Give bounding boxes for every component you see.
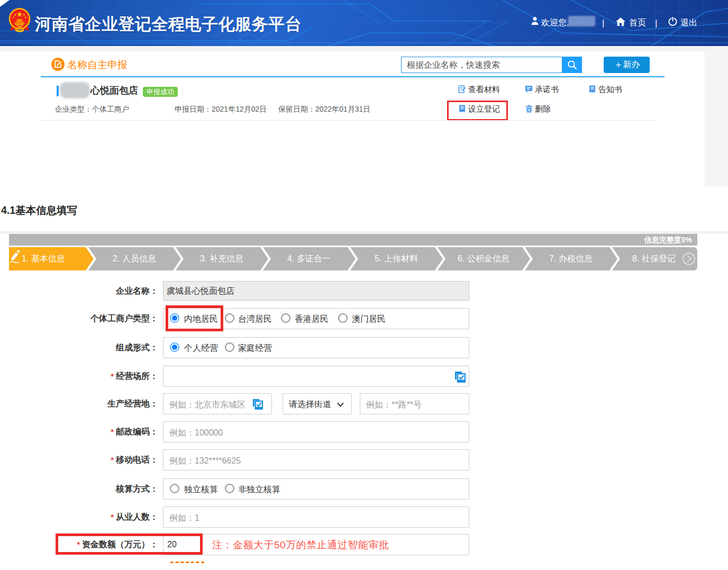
svg-text:6. 公积金信息: 6. 公积金信息 <box>458 254 509 263</box>
svg-text:2. 人员信息: 2. 人员信息 <box>113 254 156 263</box>
svg-text:4. 多证合一: 4. 多证合一 <box>287 254 331 263</box>
svg-text:7. 办税信息: 7. 办税信息 <box>549 254 593 263</box>
svg-text:1. 基本信息: 1. 基本信息 <box>22 254 65 263</box>
svg-text:8. 社保登记: 8. 社保登记 <box>632 254 676 263</box>
svg-text:3. 补充信息: 3. 补充信息 <box>200 254 243 263</box>
svg-text:5. 上传材料: 5. 上传材料 <box>375 254 418 263</box>
